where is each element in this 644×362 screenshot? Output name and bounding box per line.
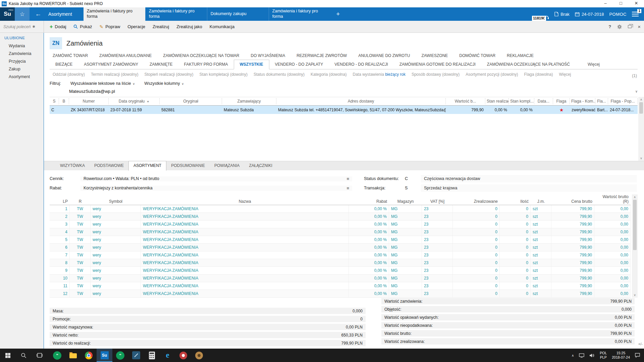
edge-button[interactable]: e: [160, 349, 175, 362]
filter-chip-kategoria[interactable]: Kategoria (dowolna): [311, 72, 346, 77]
messages-indicator[interactable]: Brak: [554, 12, 570, 17]
view-tab[interactable]: VENDERO - DO REALIZACJI: [329, 60, 393, 69]
items-table-row[interactable]: 6TWweryWERYFIKACJA ZAMÓWIENIA0,00 %MG230…: [50, 244, 631, 251]
sidebar-item-przyjęcia[interactable]: Przyjęcia: [0, 58, 44, 65]
items-table-row[interactable]: 2TWweryWERYFIKACJA ZAMÓWIENIA0,00 %MG230…: [50, 213, 631, 221]
orange-app-button[interactable]: [191, 349, 207, 362]
filter-mode-dropdown[interactable]: Wyszukiwanie tekstowe na liście∨: [70, 81, 135, 86]
orders-column-header[interactable]: Data oryginału▼: [109, 98, 160, 104]
items-table-row[interactable]: 10TWweryWERYFIKACJA ZAMÓWIENIA0,00 %MG23…: [50, 275, 631, 282]
favorites-star-icon[interactable]: ☆: [15, 7, 30, 21]
view-tab[interactable]: DOMÓWIĆ TOWAR: [453, 53, 501, 58]
items-table-row[interactable]: 9TWweryWERYFIKACJA ZAMÓWIENIA0,00 %MG230…: [50, 267, 631, 275]
scroll-down-icon[interactable]: ∨: [634, 292, 636, 298]
toolbar-button-pokaż[interactable]: Pokaż: [70, 21, 96, 33]
toolbar-button-operacje[interactable]: Operacje: [124, 21, 149, 33]
items-column-header[interactable]: R: [70, 199, 91, 204]
orders-column-header[interactable]: B: [59, 98, 69, 104]
help-menu[interactable]: POMOC: [609, 12, 627, 17]
orders-column-header[interactable]: Wartość b...: [446, 98, 485, 104]
items-table-row[interactable]: 5TWweryWERYFIKACJA ZAMÓWIENIA0,00 %MG230…: [50, 236, 631, 244]
action-center-icon[interactable]: [635, 353, 640, 358]
gear-icon[interactable]: [617, 24, 622, 29]
orders-table-selected-row[interactable]: CZK 34307/RT/201823-07-2018 11:59582881M…: [50, 106, 638, 114]
orders-column-header[interactable]: Zamawiający: [222, 98, 276, 104]
detail-tab-wizytówka[interactable]: WIZYTÓWKA: [55, 161, 90, 170]
notes-app-button[interactable]: [128, 349, 144, 362]
orders-column-header[interactable]: Flaga - Kom...: [570, 98, 595, 104]
view-tab-active[interactable]: WSZYSTKIE: [234, 60, 269, 69]
orders-scrollbar[interactable]: ∧ ∨: [638, 97, 644, 161]
chevron-down-icon[interactable]: ∨: [635, 89, 638, 93]
view-tab[interactable]: ZAMÓWIENIA GOTOWE DO REALIZACJI: [394, 60, 481, 69]
items-column-header[interactable]: Symbol: [91, 199, 141, 204]
items-table-row[interactable]: 11TWweryWERYFIKACJA ZAMÓWIENIA0,00 %MG23…: [50, 282, 631, 290]
orders-column-header[interactable]: Fla...: [595, 98, 608, 104]
hangouts-app-button[interactable]: ": [49, 349, 65, 362]
calculator-button[interactable]: [144, 349, 160, 362]
view-tab[interactable]: ZAMÓWIĆ TOWAR: [50, 53, 94, 58]
document-tab[interactable]: Zamówienia i faktury pro forma: [145, 7, 207, 21]
filter-chip-status-dokumentu[interactable]: Status dokumentu (dowolny): [254, 72, 305, 77]
items-column-header[interactable]: Rabat: [349, 199, 389, 204]
toolbar-button-dodaj[interactable]: +Dodaj: [46, 21, 70, 33]
items-table-row[interactable]: 8TWweryWERYFIKACJA ZAMÓWIENIA0,00 %MG230…: [50, 259, 631, 267]
scroll-up-icon[interactable]: ∧: [640, 97, 642, 102]
document-tab[interactable]: Zamówienia i faktury pro forma: [269, 7, 330, 21]
view-tab[interactable]: ANULOWANE DO ZWROTU: [353, 53, 416, 58]
items-column-header[interactable]: Nazwa: [141, 199, 349, 204]
plus-minus-control[interactable]: +/-: [638, 342, 643, 346]
filter-chip-stan-kompletacji[interactable]: Stan kompletacji (dowolny): [200, 72, 248, 77]
orders-column-header[interactable]: Flaga: [553, 98, 570, 104]
scrollbar-thumb[interactable]: [633, 200, 637, 250]
menu-icon[interactable]: ≡: [346, 176, 349, 181]
filter-chip-sposób-dostawy[interactable]: Sposób dostawy (dowolny): [412, 72, 460, 77]
orders-column-header[interactable]: Stan kompl...: [509, 98, 534, 104]
view-tab[interactable]: ZAMÓWIENIA OCZEKUJĄCE NA PŁATNOŚĆ: [481, 60, 576, 69]
document-tab[interactable]: Zamówienia i faktury pro forma: [84, 7, 145, 21]
speaker-icon[interactable]: [589, 353, 595, 358]
view-tab[interactable]: REKLAMACJE: [501, 53, 539, 58]
toolbar-button-popraw[interactable]: ✎Popraw: [96, 21, 124, 33]
filter-chip-oddział[interactable]: Oddział (dowolny): [53, 72, 85, 77]
filter-chips-more[interactable]: Więcej: [559, 72, 571, 77]
help-icon[interactable]: ?: [608, 24, 611, 29]
close-button[interactable]: ✕: [629, 0, 644, 7]
tray-expand-icon[interactable]: ∧: [572, 354, 574, 357]
detail-tab-podstawowe[interactable]: PODSTAWOWE: [90, 161, 128, 170]
orders-column-header[interactable]: Adres dostawy: [276, 98, 446, 104]
scroll-up-icon[interactable]: ∧: [634, 194, 636, 200]
main-menu-icon[interactable]: 1: [632, 12, 639, 16]
view-tab[interactable]: FAKTURY PRO FORMA: [178, 60, 234, 69]
file-explorer-button[interactable]: [65, 349, 81, 362]
back-module-label[interactable]: Asortyment: [47, 7, 84, 21]
view-tab[interactable]: DO WYJAŚNIENIA: [245, 53, 291, 58]
items-column-header[interactable]: VAT [%]: [422, 199, 453, 204]
subiekt-app-button[interactable]: Su: [97, 349, 112, 362]
detail-tab-asortyment[interactable]: ASORTYMENT: [128, 161, 166, 171]
items-table-row[interactable]: 12TWweryWERYFIKACJA ZAMÓWIENIA0,00 %MG23…: [50, 290, 631, 298]
sidebar-item-wydania[interactable]: Wydania: [0, 42, 44, 50]
filter-chip-data-wystawienia[interactable]: Data wystawienia bieżący rok: [353, 72, 405, 77]
orders-column-header[interactable]: Data...: [534, 98, 553, 104]
orders-column-header[interactable]: S: [50, 98, 59, 104]
sidebar-item-asortyment[interactable]: Asortyment: [0, 73, 44, 81]
sidebar-item-zakup[interactable]: Zakup: [0, 65, 44, 73]
items-column-header[interactable]: Zrealizowane: [453, 199, 500, 204]
items-column-header[interactable]: J.m.: [531, 199, 551, 204]
view-tab[interactable]: BIEŻĄCE: [50, 60, 78, 69]
view-tab[interactable]: ZAMÓWIENIA OCZEKUJĄCE NA TOWAR: [157, 53, 245, 58]
start-button[interactable]: [0, 349, 16, 362]
scroll-down-icon[interactable]: ∨: [640, 156, 642, 161]
hangouts-app-button-2[interactable]: ": [112, 349, 128, 362]
orders-column-header[interactable]: Stan realizacji: [485, 98, 509, 104]
view-tab[interactable]: ZAWIESZONE: [416, 53, 453, 58]
items-column-header[interactable]: LP: [50, 199, 70, 204]
orders-column-header[interactable]: Flaga - Pop...: [608, 98, 638, 104]
phone-icon[interactable]: [544, 15, 549, 19]
rabat-field[interactable]: Korzystniejszy z kontrahenta/cennika ≡: [80, 186, 352, 191]
toolbar-button-komunikacja[interactable]: Komunikacja: [206, 21, 238, 33]
view-tab[interactable]: ZAMKNIĘTE: [144, 60, 178, 69]
language-indicator[interactable]: POL PLP: [600, 351, 607, 360]
close-panel-icon[interactable]: ×: [638, 25, 641, 29]
